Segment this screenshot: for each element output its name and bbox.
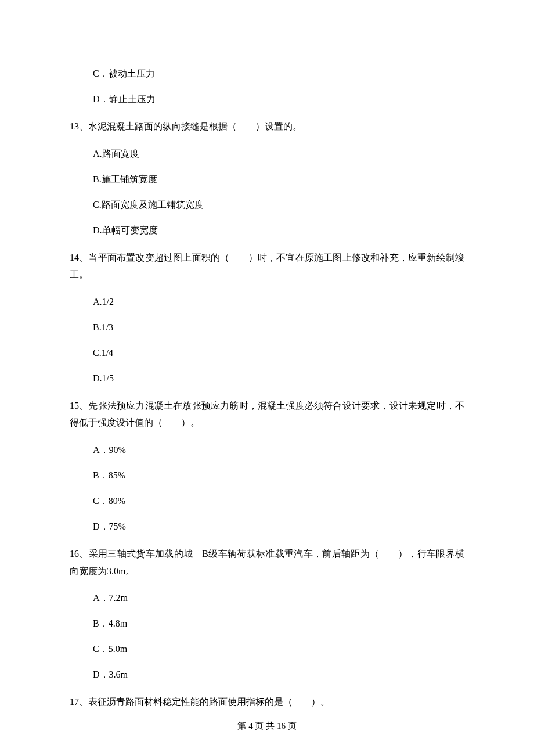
option-c: C．被动土压力	[70, 67, 464, 81]
question-14-option-c: C.1/4	[70, 346, 464, 360]
question-15-option-b: B．85%	[70, 469, 464, 483]
question-15-option-a: A．90%	[70, 443, 464, 457]
question-14-stem: 14、当平面布置改变超过图上面积的（ ）时，不宜在原施工图上修改和补充，应重新绘…	[70, 249, 464, 283]
question-13-option-c: C.路面宽度及施工铺筑宽度	[70, 198, 464, 212]
question-13-option-d: D.单幅可变宽度	[70, 224, 464, 237]
question-16-option-b: B．4.8m	[70, 617, 464, 631]
question-13-option-b: B.施工铺筑宽度	[70, 172, 464, 186]
option-d: D．静止土压力	[70, 92, 464, 106]
question-14-option-d: D.1/5	[70, 372, 464, 386]
question-13-stem: 13、水泥混凝土路面的纵向接缝是根据（ ）设置的。	[70, 118, 464, 135]
question-13-option-a: A.路面宽度	[70, 147, 464, 161]
question-15-stem: 15、先张法预应力混凝土在放张预应力筋时，混凝土强度必须符合设计要求，设计未规定…	[70, 397, 464, 431]
question-16-option-c: C．5.0m	[70, 642, 464, 656]
question-16-option-d: D．3.6m	[70, 668, 464, 682]
question-15-option-c: C．80%	[70, 494, 464, 508]
question-17-stem: 17、表征沥青路面材料稳定性能的路面使用指标的是（ ）。	[70, 693, 464, 711]
question-14-option-a: A.1/2	[70, 295, 464, 309]
question-15-option-d: D．75%	[70, 520, 464, 534]
page-footer: 第 4 页 共 16 页	[0, 721, 534, 732]
question-16-option-a: A．7.2m	[70, 591, 464, 605]
page: C．被动土压力 D．静止土压力 13、水泥混凝土路面的纵向接缝是根据（ ）设置的…	[0, 0, 534, 756]
question-14-option-b: B.1/3	[70, 321, 464, 334]
question-16-stem: 16、采用三轴式货车加载的城—B级车辆荷载标准载重汽车，前后轴距为（ ），行车限…	[70, 545, 464, 579]
